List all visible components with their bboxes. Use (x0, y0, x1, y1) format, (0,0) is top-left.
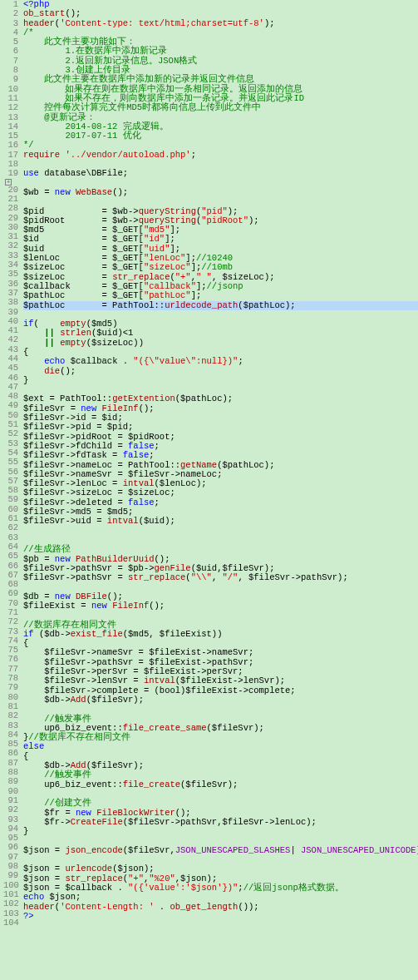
code-line[interactable]: up6_biz_event::file_create($fileSvr); (23, 780, 418, 789)
line-number: 12 (3, 103, 18, 112)
code-line[interactable]: $wb = new WebBase(); (23, 188, 418, 197)
code-line[interactable]: $json = $callback . "({'value':'$json'})… (23, 883, 418, 893)
line-number: 38 (3, 298, 18, 307)
code-line[interactable]: $fileSvr->lenSvr = intval($fileExist->le… (23, 676, 418, 686)
line-number: 62 (3, 523, 18, 532)
line-number: 45 (3, 364, 18, 373)
line-number: 89 (3, 777, 18, 786)
code-line[interactable]: $fr->CreateFile($fileSvr->pathSvr,$fileS… (23, 818, 418, 827)
line-number: 79 (3, 683, 18, 692)
line-number: 55 (3, 458, 18, 467)
code-line[interactable]: if ($db->exist_file($md5, $fileExist)) (23, 630, 418, 639)
code-line[interactable]: die(); (23, 367, 418, 376)
code-line[interactable]: $fileSvr->uid = intval($uid); (23, 517, 418, 526)
code-editor[interactable]: 12345678910111213141516171819+2021282930… (0, 0, 418, 928)
code-line[interactable]: } (23, 827, 418, 836)
code-line[interactable]: require '../vendor/autoload.php'; (23, 151, 418, 160)
line-number: 19+ (3, 169, 18, 185)
code-line[interactable]: ?> (23, 912, 418, 921)
code-line[interactable]: echo $callback . "({\"value\":null})"; (23, 357, 418, 366)
code-line[interactable]: $sizeLoc = $_GET["sizeLoc"];//10mb (23, 263, 418, 272)
line-number: 52 (3, 429, 18, 438)
code-line[interactable] (23, 536, 418, 545)
line-number: 102 (3, 899, 18, 908)
code-line[interactable]: $fileExist = new FileInf(); (23, 601, 418, 611)
code-line[interactable]: 2017-07-11 优化 (23, 131, 418, 141)
code-line[interactable]: $pathLoc = PathTool::urldecode_path($pat… (23, 301, 418, 310)
code-line[interactable]: //触发事件 (23, 770, 418, 780)
code-line[interactable]: $db->Add($fileSvr); (23, 695, 418, 705)
line-number-gutter: 12345678910111213141516171819+2021282930… (0, 0, 23, 928)
line-number: 2 (3, 9, 18, 18)
code-line[interactable] (23, 527, 418, 536)
line-number: 65 (3, 552, 18, 561)
code-line[interactable]: <?php (23, 0, 418, 9)
code-line[interactable]: } (23, 376, 418, 385)
code-line[interactable]: $fileSvr->pathSvr = str_replace("\\", "/… (23, 573, 418, 582)
line-number: 69 (3, 589, 18, 598)
line-number: 35 (3, 270, 18, 279)
line-number: 92 (3, 805, 18, 814)
line-number: 72 (3, 617, 18, 626)
line-number: 104 (3, 918, 18, 928)
code-line[interactable]: else (23, 742, 418, 751)
line-number: 82 (3, 711, 18, 720)
code-line[interactable]: use database\DBFile; (23, 169, 418, 178)
line-number: 9 (3, 75, 18, 84)
code-line[interactable]: || empty($sizeLoc)) (23, 339, 418, 348)
line-number: 42 (3, 335, 18, 344)
code-line[interactable]: $fileSvr->fdTask = false; (23, 451, 418, 460)
code-line[interactable]: $json = json_encode($fileSvr,JSON_UNESCA… (23, 846, 418, 855)
code-line[interactable]: header('Content-type: text/html;charset=… (23, 19, 418, 28)
code-line[interactable]: $fileSvr->pid = $pid; (23, 423, 418, 432)
code-area[interactable]: <?phpob_start();header('Content-type: te… (23, 0, 418, 928)
code-line[interactable]: }//数据库不存在相同文件 (23, 733, 418, 742)
line-number: 99 (3, 871, 18, 880)
code-line[interactable]: header('Content-Length: ' . ob_get_lengt… (23, 903, 418, 912)
line-number: 28 (3, 204, 18, 213)
